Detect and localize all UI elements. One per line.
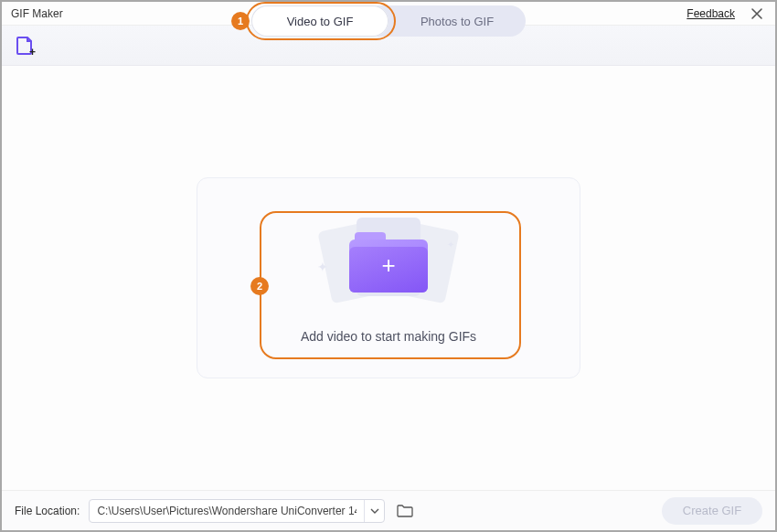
- tab-label: Photos to GIF: [420, 15, 494, 28]
- dropzone-illustration: ✦ ✦ +: [315, 212, 462, 313]
- callout-badge-2: 2: [250, 277, 269, 295]
- create-gif-label: Create GIF: [683, 504, 741, 517]
- content-area: ✦ ✦ + Add video to start making GIFs 2: [2, 66, 775, 490]
- window-title: GIF Maker: [11, 7, 63, 20]
- footer-bar: File Location: Create GIF: [2, 490, 775, 530]
- close-button[interactable]: [748, 5, 766, 23]
- path-dropdown-button[interactable]: [364, 500, 384, 522]
- close-icon: [750, 7, 763, 20]
- open-folder-button[interactable]: [394, 501, 416, 521]
- callout-badge-1: 1: [231, 12, 250, 30]
- file-location-input[interactable]: [90, 505, 364, 517]
- file-location-field[interactable]: [89, 499, 385, 523]
- feedback-link[interactable]: Feedback: [687, 7, 735, 20]
- create-gif-button[interactable]: Create GIF: [662, 497, 762, 525]
- chevron-down-icon: [370, 506, 379, 516]
- app-logo-icon: +: [15, 35, 37, 57]
- header-bar: + Video to GIF Photos to GIF 1: [2, 26, 775, 66]
- folder-icon: [397, 504, 413, 518]
- tab-photos-to-gif[interactable]: Photos to GIF: [388, 5, 526, 37]
- mode-tab-group: Video to GIF Photos to GIF 1: [251, 5, 526, 37]
- file-location-label: File Location:: [15, 505, 80, 517]
- tab-label: Video to GIF: [287, 15, 354, 28]
- dropzone[interactable]: ✦ ✦ + Add video to start making GIFs 2: [197, 177, 580, 378]
- dropzone-text: Add video to start making GIFs: [301, 329, 476, 344]
- tab-video-to-gif[interactable]: Video to GIF: [251, 5, 388, 37]
- gif-maker-window: GIF Maker Feedback + Video to GIF Photos…: [0, 0, 777, 532]
- svg-text:+: +: [29, 46, 36, 57]
- folder-plus-icon: +: [349, 232, 428, 293]
